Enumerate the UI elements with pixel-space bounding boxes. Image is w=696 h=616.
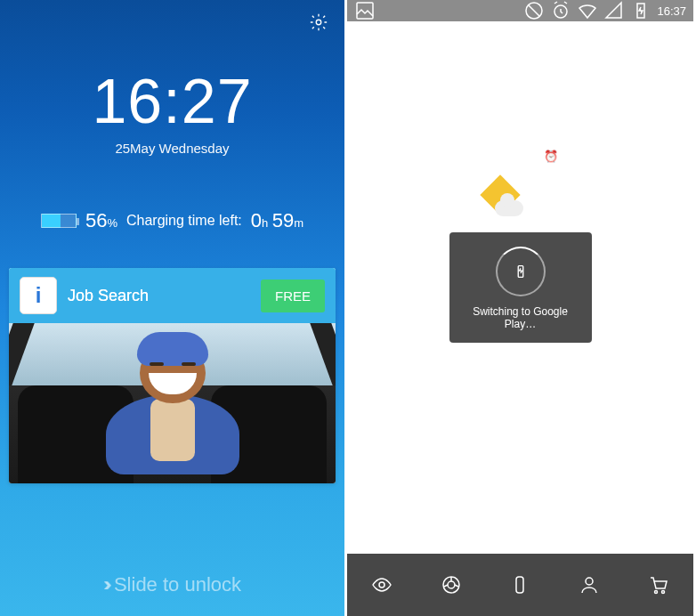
ad-title: Job Search <box>68 287 250 305</box>
eye-app-icon[interactable] <box>371 574 393 596</box>
settings-icon[interactable] <box>309 12 328 32</box>
phone-app-icon[interactable] <box>509 574 530 596</box>
status-bar: 16:37 <box>347 0 693 21</box>
battery-percent: 56 <box>85 209 107 231</box>
humidity-icon <box>539 199 561 220</box>
slide-label: Slide to unlock <box>114 573 241 596</box>
homescreen-right: 16:37 16:37 Wednesday, May 25 ⏰Thu 07:30… <box>347 0 693 616</box>
svg-point-0 <box>316 20 321 25</box>
chat-icon[interactable] <box>426 359 448 380</box>
ad-card[interactable]: i Job Search FREE AD <box>9 268 336 483</box>
weather-humidity: 0% <box>568 202 586 216</box>
lockscreen-left: 16:27 25May Wednesday 56% Charging time … <box>0 0 347 616</box>
svg-rect-14 <box>516 577 523 593</box>
svg-point-11 <box>379 582 384 588</box>
battery-charging-icon <box>630 0 651 21</box>
battery-charge-icon <box>496 247 546 296</box>
clock-date: Wednesday, May 25 <box>427 150 531 163</box>
toast-text: Switching to Google Play… <box>460 305 581 330</box>
todoist-app-icon[interactable] <box>471 488 492 509</box>
clock-date: 25May Wednesday <box>0 141 344 156</box>
charge-hours: 0 <box>251 209 262 231</box>
dock <box>347 554 693 616</box>
contacts-app-icon[interactable] <box>579 574 600 596</box>
alarm-next[interactable]: ⏰Thu 07:30 <box>544 150 614 163</box>
slide-to-unlock[interactable]: ›››Slide to unlock <box>0 555 344 616</box>
do-not-disturb-icon <box>523 0 545 21</box>
svg-point-17 <box>662 591 665 594</box>
page-indicator <box>347 532 693 538</box>
battery-status: 56% Charging time left: 0h 59m <box>0 209 344 232</box>
ad-app-icon: i <box>20 277 57 314</box>
wifi-icon <box>577 0 598 21</box>
weather-widget[interactable]: Berlin 21° 11 km/h 0% <box>347 177 693 220</box>
ad-install-button[interactable]: FREE <box>261 280 325 312</box>
browser-app-icon[interactable] <box>626 488 647 509</box>
store-app-icon[interactable] <box>648 574 669 596</box>
wind-icon <box>539 177 561 199</box>
loading-toast: Switching to Google Play… <box>449 232 592 343</box>
clock-time[interactable]: 16:37 <box>347 75 693 144</box>
maps-app-icon[interactable] <box>393 488 415 509</box>
chevron-right-icon: ››› <box>103 573 107 596</box>
svg-rect-1 <box>357 3 373 19</box>
weather-temp: 21° <box>428 199 464 213</box>
charge-label: Charging time left: <box>126 213 242 229</box>
alarm-icon <box>550 0 571 21</box>
ad-image[interactable]: AD <box>9 323 336 483</box>
weather-sun-cloud-icon <box>479 181 523 216</box>
battery-icon <box>41 214 77 228</box>
signal-icon <box>603 0 625 21</box>
svg-point-15 <box>586 578 593 585</box>
status-time: 16:37 <box>657 4 686 18</box>
svg-rect-5 <box>518 266 523 278</box>
weather-city: Berlin <box>428 184 464 199</box>
svg-point-13 <box>448 581 455 588</box>
charge-minutes: 59 <box>272 209 294 231</box>
svg-point-16 <box>655 591 658 594</box>
camera-icon[interactable] <box>594 359 615 380</box>
svg-point-6 <box>430 361 444 376</box>
headphones-icon[interactable] <box>510 359 531 380</box>
weather-wind: 11 km/h <box>568 181 612 195</box>
svg-point-8 <box>601 367 608 374</box>
clock-time: 16:27 <box>0 66 344 137</box>
image-notification-icon <box>354 0 376 21</box>
svg-point-9 <box>551 490 567 507</box>
chrome-app-icon[interactable] <box>441 574 462 596</box>
expand-app-icon[interactable] <box>548 488 570 509</box>
